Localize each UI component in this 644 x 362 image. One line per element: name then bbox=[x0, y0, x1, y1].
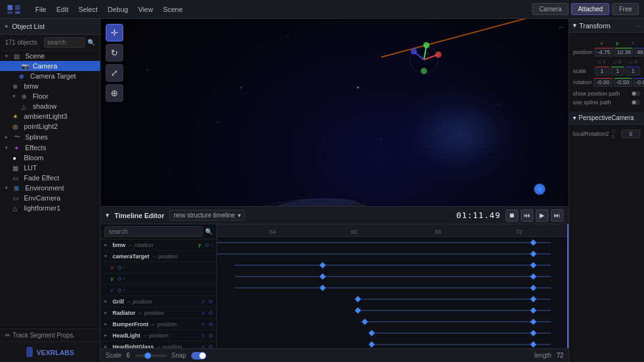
rotation-y[interactable]: -0.50 bbox=[614, 78, 633, 87]
menu-scene[interactable]: Scene bbox=[158, 3, 187, 16]
tl-track-ct-y[interactable]: y ◇ › bbox=[101, 273, 216, 285]
tree-item-envcamera[interactable]: ▭ EnvCamera bbox=[0, 193, 100, 203]
stop-button[interactable]: ⏹ bbox=[506, 209, 518, 222]
rotation-x[interactable]: -0.00 bbox=[594, 78, 613, 87]
tree-item-ambientlight[interactable]: ☀ ambientLight3 bbox=[0, 111, 100, 121]
menu-file[interactable]: File bbox=[30, 3, 52, 16]
scale-slider[interactable] bbox=[135, 354, 167, 357]
timeline-collapse-icon[interactable]: ▾ bbox=[106, 211, 109, 219]
tree-item-pointlight[interactable]: ◎ pointLight2 bbox=[0, 121, 100, 131]
scale-y[interactable]: 1 bbox=[611, 67, 625, 75]
tree-item-label: lightformer1 bbox=[24, 204, 60, 212]
persp-collapse-icon[interactable]: ▾ bbox=[573, 114, 576, 121]
tl-keyframe[interactable] bbox=[355, 296, 361, 302]
tl-nav-icon: › bbox=[123, 265, 125, 270]
timeline-playhead[interactable] bbox=[567, 224, 569, 348]
position-z[interactable]: 48.99 bbox=[635, 48, 644, 57]
tree-item-splines[interactable]: ▸ 〜 Splines bbox=[0, 131, 100, 143]
tl-keyframe[interactable] bbox=[530, 296, 536, 302]
tl-keyframe[interactable] bbox=[319, 262, 326, 268]
scale-z[interactable]: 1 bbox=[626, 67, 640, 75]
tl-track-line bbox=[235, 276, 551, 277]
track-segment-props[interactable]: ✏ Track Segment Props. bbox=[0, 329, 100, 341]
tree-item-floor[interactable]: ▾ ⊕ Floor bbox=[0, 91, 100, 101]
tl-keyframe[interactable] bbox=[369, 330, 375, 336]
tl-keyframe[interactable] bbox=[355, 307, 361, 314]
tl-track-camera-target[interactable]: ▾ cameraTarget → position bbox=[101, 251, 216, 262]
tl-track-headlight[interactable]: ▸ HeadLight → position z ◇ bbox=[101, 330, 216, 341]
tl-track-headlightglass[interactable]: ▸ HeadlightGlass → position z ◇ bbox=[101, 341, 216, 348]
use-spline-path-toggle[interactable] bbox=[631, 100, 640, 105]
tree-item-bmw[interactable]: ⊕ bmw bbox=[0, 81, 100, 91]
rotation-z[interactable]: -0.0% bbox=[633, 78, 644, 87]
tree-item-camera-target[interactable]: ⊕ Camera Target bbox=[0, 71, 100, 81]
tree-item-bloom[interactable]: ● Bloom bbox=[0, 153, 100, 163]
menu-view[interactable]: View bbox=[133, 3, 158, 16]
fast-forward-button[interactable]: ⏭ bbox=[551, 209, 564, 222]
timeline-structure-dropdown[interactable]: new structure timeline ▾ bbox=[169, 210, 245, 221]
tree-item-fade-effect[interactable]: ▭ Fade Effect bbox=[0, 173, 100, 183]
scale-x[interactable]: 1 bbox=[595, 67, 609, 75]
scale-label: scale bbox=[573, 68, 593, 74]
z-color-label: z bbox=[626, 40, 640, 46]
tree-item-shadow[interactable]: △ shadow bbox=[0, 101, 100, 111]
tl-keyframe[interactable] bbox=[362, 319, 368, 325]
move-tool-button[interactable]: ✛ bbox=[106, 24, 123, 41]
tl-keyframe[interactable] bbox=[319, 273, 326, 280]
snap-toggle[interactable] bbox=[191, 352, 206, 359]
transform-collapse-icon[interactable]: ▾ bbox=[573, 21, 577, 30]
tl-keyframe[interactable] bbox=[530, 251, 536, 257]
tl-nav-icon: › bbox=[123, 276, 125, 282]
scale-tool-button[interactable]: ⤢ bbox=[106, 64, 123, 82]
tl-keyframe[interactable] bbox=[530, 341, 536, 348]
tl-track-bumperfront[interactable]: ▸ BumperFront → position z ◇ bbox=[101, 319, 216, 330]
globe-tool-button[interactable]: ⊕ bbox=[106, 84, 123, 102]
search-input[interactable] bbox=[44, 37, 85, 48]
tl-keyframe[interactable] bbox=[530, 330, 536, 336]
local-rotation-z-value[interactable]: 0 bbox=[621, 129, 640, 138]
tl-keyframe[interactable] bbox=[530, 307, 536, 314]
tl-track-bmw-rotation[interactable]: ▸ bmw → rotation y ◇ › bbox=[101, 239, 216, 251]
transform-more-icon[interactable]: ··· bbox=[635, 23, 640, 29]
scale-slider-thumb[interactable] bbox=[145, 353, 151, 359]
tree-item-effects[interactable]: ▾ ✦ Effects bbox=[0, 143, 100, 153]
tl-track-ct-z[interactable]: z ◇ › bbox=[101, 285, 216, 296]
tl-keyframe[interactable] bbox=[319, 285, 326, 291]
scale-label: Scale bbox=[106, 352, 121, 359]
tree-item-label: Splines bbox=[25, 133, 48, 141]
timeline-tracks-area[interactable]: 54 60 66 72 bbox=[217, 224, 569, 348]
show-position-path-toggle[interactable] bbox=[631, 91, 640, 96]
tl-track-grill[interactable]: ▸ Grill → position z ◇ bbox=[101, 296, 216, 307]
rewind-button[interactable]: ⏮ bbox=[521, 209, 533, 222]
tl-keyframe[interactable] bbox=[530, 262, 536, 268]
tl-track-ct-x[interactable]: x ◇ › bbox=[101, 262, 216, 273]
tree-item-camera[interactable]: 📷 Camera bbox=[0, 61, 100, 71]
play-button[interactable]: ▶ bbox=[536, 209, 548, 222]
attached-button[interactable]: Attached bbox=[571, 3, 609, 15]
menu-debug[interactable]: Debug bbox=[103, 3, 133, 16]
menu-edit[interactable]: Edit bbox=[52, 3, 74, 16]
timeline-search-input[interactable] bbox=[104, 226, 203, 237]
tl-expand-icon: ▸ bbox=[104, 310, 111, 315]
camera-button[interactable]: Camera bbox=[532, 3, 569, 15]
collapse-arrow-icon[interactable]: ▾ bbox=[5, 23, 8, 30]
right-panel: ▾ Transform ··· x y z position -4.75 10.… bbox=[569, 19, 644, 362]
tl-keyframe[interactable] bbox=[530, 273, 536, 280]
tree-item-lut[interactable]: ▦ LUT bbox=[0, 163, 100, 173]
menu-select[interactable]: Select bbox=[74, 3, 103, 16]
tl-keyframe[interactable] bbox=[369, 341, 375, 348]
tl-track-radiator[interactable]: ▸ Radiator → position z ◇ bbox=[101, 307, 216, 319]
tl-keyframe[interactable] bbox=[530, 239, 536, 246]
tl-track-line bbox=[358, 299, 551, 299]
position-x[interactable]: -4.75 bbox=[594, 48, 613, 57]
tree-item-scene[interactable]: ▾ ▤ Scene bbox=[0, 51, 100, 61]
rotate-tool-button[interactable]: ↻ bbox=[106, 44, 123, 62]
length-value: 72 bbox=[557, 352, 564, 359]
free-button[interactable]: Free bbox=[612, 3, 639, 15]
viewport-more-icon[interactable]: ··· bbox=[558, 24, 564, 31]
position-y[interactable]: 10.36 bbox=[614, 48, 633, 57]
tree-item-environment[interactable]: ▾ ⊞ Environment bbox=[0, 183, 100, 193]
tl-keyframe[interactable] bbox=[530, 319, 536, 325]
tree-item-lightformer[interactable]: △ lightformer1 bbox=[0, 203, 100, 213]
tl-keyframe[interactable] bbox=[530, 285, 536, 291]
